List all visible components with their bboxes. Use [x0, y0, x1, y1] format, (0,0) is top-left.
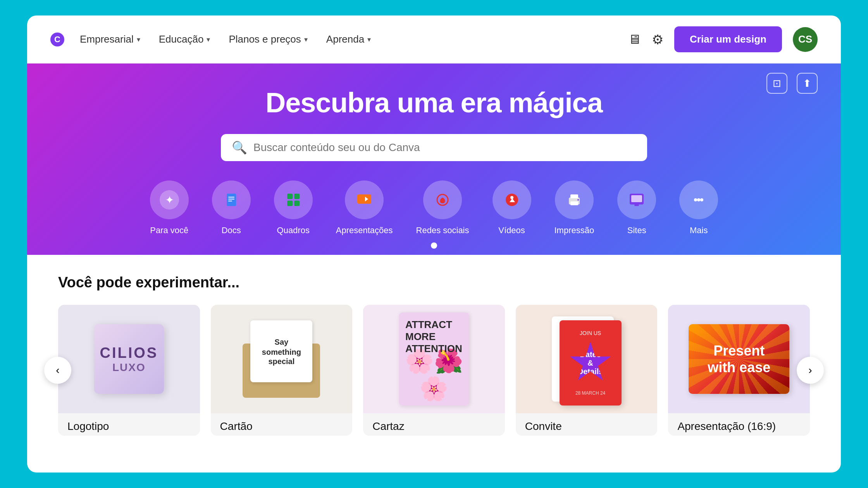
svg-text:C: C: [54, 34, 60, 44]
logotipo-preview: CILIOS LUXO: [94, 324, 164, 394]
nav-bar: Empresarial ▾ Educação ▾ Planos e preços…: [80, 33, 612, 45]
card-convite-image: JOIN US Dates&Details 28 MARCH 24: [516, 305, 658, 413]
hero-dot-indicator: [431, 242, 437, 249]
settings-icon[interactable]: ⚙: [652, 32, 663, 47]
greeting-card: Say something special: [250, 320, 312, 382]
apresentacao-preview: Presentwith ease: [689, 324, 789, 394]
svg-point-21: [577, 199, 579, 201]
hero-actions: ⊡ ⬆: [766, 73, 818, 94]
hero-title: Descubra uma era mágica: [66, 87, 802, 119]
category-quadros[interactable]: Quadros: [274, 180, 313, 235]
card-cartao[interactable]: Say something special Cartão: [211, 305, 353, 436]
header-actions: 🖥 ⚙ Criar um design CS: [628, 26, 818, 52]
svg-rect-8: [287, 194, 293, 199]
svg-text:✦: ✦: [165, 194, 174, 206]
category-apresentacoes[interactable]: Apresentações: [336, 180, 393, 235]
category-mais[interactable]: Mais: [679, 180, 718, 235]
svg-point-16: [510, 196, 513, 199]
nav-aprenda[interactable]: Aprenda ▾: [326, 33, 371, 45]
cards-row: ‹ CILIOS LUXO Logotipo Say some: [58, 305, 810, 436]
criar-design-button[interactable]: Criar um design: [674, 26, 782, 52]
svg-rect-11: [294, 201, 300, 206]
category-docs[interactable]: Docs: [212, 180, 251, 235]
svg-rect-20: [570, 201, 578, 205]
upload-icon[interactable]: ⬆: [797, 73, 818, 94]
chevron-icon: ▾: [304, 35, 308, 44]
category-redes-sociais[interactable]: Redes sociais: [416, 180, 469, 235]
nav-educacao[interactable]: Educação ▾: [159, 33, 210, 45]
card-cartaz-image: ATTRACTMOREATTENTION 🌸🌺🌸: [363, 305, 505, 413]
category-para-voce[interactable]: ✦ Para você: [150, 180, 189, 235]
apresentacoes-icon: [345, 180, 384, 219]
section-title: Você pode experimentar...: [58, 274, 810, 291]
redes-sociais-icon: [423, 180, 462, 219]
card-logotipo-label: Logotipo: [58, 413, 200, 436]
category-sites[interactable]: Sites: [617, 180, 656, 235]
svg-rect-10: [287, 201, 293, 206]
search-icon: 🔍: [232, 140, 247, 155]
card-convite[interactable]: JOIN US Dates&Details 28 MARCH 24 Convit…: [516, 305, 658, 436]
canva-logo[interactable]: C: [50, 33, 64, 46]
nav-empresarial[interactable]: Empresarial ▾: [80, 33, 140, 45]
svg-rect-7: [228, 201, 232, 201]
convite-preview: JOIN US Dates&Details 28 MARCH 24: [544, 313, 629, 406]
monitor-icon[interactable]: 🖥: [628, 32, 641, 47]
card-apresentacao-image: Presentwith ease: [668, 305, 810, 413]
svg-rect-19: [570, 194, 578, 198]
convite-front: JOIN US Dates&Details 28 MARCH 24: [560, 320, 622, 406]
header: C Empresarial ▾ Educação ▾ Planos e preç…: [27, 15, 841, 64]
avatar[interactable]: CS: [793, 27, 818, 52]
svg-rect-6: [228, 199, 234, 199]
quadros-icon: [274, 180, 313, 219]
impressao-icon: [555, 180, 594, 219]
videos-icon: [493, 180, 531, 219]
cartaz-preview: ATTRACTMOREATTENTION 🌸🌺🌸: [399, 313, 469, 406]
next-arrow-button[interactable]: ›: [797, 357, 824, 384]
svg-rect-23: [631, 195, 642, 202]
main-window: C Empresarial ▾ Educação ▾ Planos e preç…: [27, 15, 841, 473]
svg-rect-24: [634, 204, 639, 206]
svg-rect-4: [227, 194, 236, 206]
card-cartao-image: Say something special: [211, 305, 353, 413]
hero-section: ⊡ ⬆ Descubra uma era mágica 🔍 ✦ Para voc…: [27, 64, 841, 255]
search-bar: 🔍: [221, 134, 647, 161]
sites-icon: [617, 180, 656, 219]
svg-point-26: [697, 198, 700, 201]
category-impressao[interactable]: Impressão: [555, 180, 594, 235]
card-apresentacao[interactable]: Presentwith ease Apresentação (16:9): [668, 305, 810, 436]
card-logotipo[interactable]: CILIOS LUXO Logotipo: [58, 305, 200, 436]
card-cartao-label: Cartão: [211, 413, 353, 436]
category-videos[interactable]: Vídeos: [493, 180, 531, 235]
categories-row: ✦ Para você Docs: [66, 180, 802, 235]
docs-icon: [212, 180, 251, 219]
mais-icon: [679, 180, 718, 219]
chevron-icon: ▾: [137, 35, 140, 44]
nav-planos[interactable]: Planos e preços ▾: [229, 33, 307, 45]
cartao-preview: Say something special: [239, 320, 324, 398]
svg-rect-12: [357, 194, 371, 204]
svg-rect-5: [228, 197, 234, 198]
card-cartaz[interactable]: ATTRACTMOREATTENTION 🌸🌺🌸 Cartaz: [363, 305, 505, 436]
para-voce-icon: ✦: [150, 180, 189, 219]
chevron-icon: ▾: [207, 35, 210, 44]
resize-icon[interactable]: ⊡: [766, 73, 787, 94]
svg-point-25: [694, 198, 697, 201]
card-apresentacao-label: Apresentação (16:9): [668, 413, 810, 436]
prev-arrow-button[interactable]: ‹: [44, 357, 71, 384]
svg-rect-9: [294, 194, 300, 199]
card-logotipo-image: CILIOS LUXO: [58, 305, 200, 413]
chevron-icon: ▾: [367, 35, 371, 44]
search-input[interactable]: [253, 141, 636, 154]
card-convite-label: Convite: [516, 413, 658, 436]
svg-point-27: [700, 198, 703, 201]
card-cartaz-label: Cartaz: [363, 413, 505, 436]
star-shape: Dates&Details: [569, 342, 612, 384]
content-section: Você pode experimentar... ‹ CILIOS LUXO …: [27, 255, 841, 473]
